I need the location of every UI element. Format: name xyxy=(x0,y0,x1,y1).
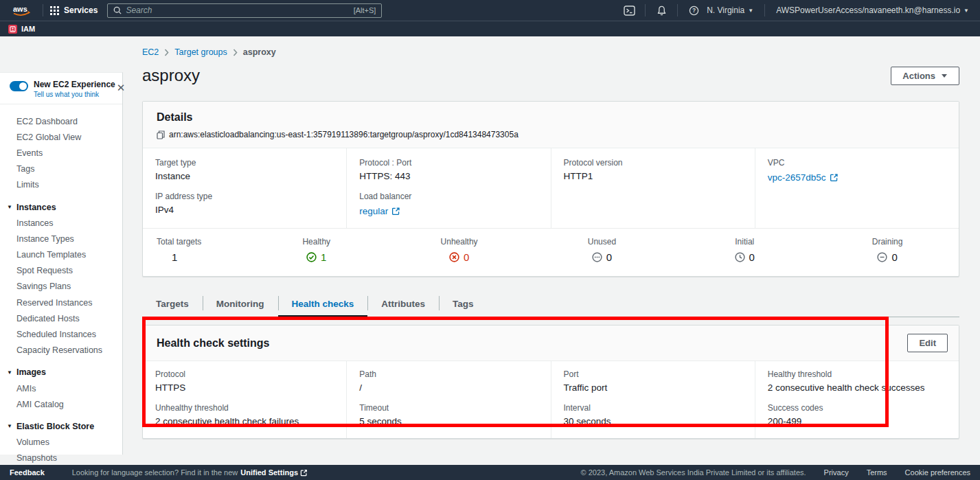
tab-tags[interactable]: Tags xyxy=(439,291,488,317)
privacy-link[interactable]: Privacy xyxy=(824,468,849,477)
help-button[interactable]: ? xyxy=(685,3,703,18)
sidebar-item-scheduled-instances[interactable]: Scheduled Instances xyxy=(0,326,122,342)
sidebar-item-dedicated-hosts[interactable]: Dedicated Hosts xyxy=(0,310,122,326)
sidebar-item-savings-plans[interactable]: Savings Plans xyxy=(0,279,122,295)
copyright-text: © 2023, Amazon Web Services India Privat… xyxy=(581,468,806,477)
footer: Feedback Looking for language selection?… xyxy=(0,465,980,480)
chevron-down-icon: ▼ xyxy=(748,8,753,14)
health-settings-grid: Protocol HTTPS Unhealthy threshold 2 con… xyxy=(143,361,959,438)
sidebar-item-amis[interactable]: AMIs xyxy=(0,380,122,396)
chevron-down-icon: ▼ xyxy=(964,8,969,14)
stat-unused: Unused 0 xyxy=(531,237,674,265)
clock-icon xyxy=(735,252,745,262)
new-experience-text: New EC2 Experience Tell us what you thin… xyxy=(34,80,115,98)
health-column-1: Protocol HTTPS Unhealthy threshold 2 con… xyxy=(143,361,346,438)
topbar-divider xyxy=(43,4,43,16)
health-card-header: Health check settings Edit xyxy=(143,325,959,361)
load-balancer-link[interactable]: regular xyxy=(359,206,400,216)
sidebar-section-instances[interactable]: ▼Instances xyxy=(0,199,122,215)
sidebar-item-spot-requests[interactable]: Spot Requests xyxy=(0,263,122,279)
actions-button[interactable]: Actions xyxy=(891,67,959,85)
search-icon xyxy=(113,6,122,14)
sidebar-section-elastic-block-store[interactable]: ▼Elastic Block Store xyxy=(0,418,122,434)
details-card-header: Details arn:aws:elasticloadbalancing:us-… xyxy=(143,102,959,148)
svg-text:aws: aws xyxy=(13,5,27,13)
new-experience-block: New EC2 Experience Tell us what you thin… xyxy=(0,73,122,104)
sidebar-item-instances[interactable]: Instances xyxy=(0,215,122,231)
bell-icon xyxy=(657,5,667,16)
chevron-right-icon xyxy=(164,49,169,56)
search-input[interactable] xyxy=(126,5,349,15)
sidebar-item-instance-types[interactable]: Instance Types xyxy=(0,231,122,247)
copy-icon[interactable] xyxy=(157,130,165,139)
notifications-button[interactable] xyxy=(652,3,670,18)
sidebar-item-snapshots[interactable]: Snapshots xyxy=(0,450,122,466)
edit-button[interactable]: Edit xyxy=(907,334,948,352)
minus-circle-icon xyxy=(877,252,887,262)
account-label: AWSPowerUserAccess/navaneeth.kn@harness.… xyxy=(776,5,960,15)
account-menu[interactable]: AWSPowerUserAccess/navaneeth.kn@harness.… xyxy=(772,5,973,15)
aws-logo[interactable]: aws xyxy=(11,4,32,16)
new-experience-title: New EC2 Experience xyxy=(34,80,115,89)
chevron-right-icon xyxy=(233,49,238,56)
new-experience-feedback-link[interactable]: Tell us what you think xyxy=(34,91,115,98)
sidebar-item-ec2-global-view[interactable]: EC2 Global View xyxy=(0,129,122,145)
sidebar-item-tags[interactable]: Tags xyxy=(0,161,122,177)
sidebar-section-images[interactable]: ▼Images xyxy=(0,365,122,380)
sidebar-item-ec2-dashboard[interactable]: EC2 Dashboard xyxy=(0,113,122,129)
cookie-preferences-link[interactable]: Cookie preferences xyxy=(905,468,970,477)
details-column-1: Target type Instance IP address type IPv… xyxy=(143,148,346,228)
field-target-type: Target type Instance xyxy=(155,158,334,181)
field-protocol: Protocol HTTPS xyxy=(155,369,334,393)
cloudshell-button[interactable] xyxy=(620,3,638,18)
details-column-2: Protocol : Port HTTPS: 443 Load balancer… xyxy=(346,148,550,228)
details-column-3: Protocol version HTTP1 xyxy=(551,148,755,228)
stat-unhealthy: Unhealthy 0 xyxy=(388,237,531,265)
tab-monitoring[interactable]: Monitoring xyxy=(203,291,278,317)
breadcrumb-target-groups[interactable]: Target groups xyxy=(174,47,227,57)
sidebar-item-launch-templates[interactable]: Launch Templates xyxy=(0,247,122,263)
tab-attributes[interactable]: Attributes xyxy=(367,291,439,317)
field-vpc: VPC vpc-2657db5c xyxy=(768,158,946,183)
top-navigation-bar: aws Services [Alt+S] xyxy=(0,0,980,21)
new-experience-toggle[interactable] xyxy=(10,81,28,91)
breadcrumb-ec2[interactable]: EC2 xyxy=(142,47,159,57)
stat-total-targets: Total targets 1 xyxy=(143,237,245,265)
tab-health-checks[interactable]: Health checks xyxy=(278,291,368,317)
sidebar-item-volumes[interactable]: Volumes xyxy=(0,435,122,450)
check-circle-icon xyxy=(306,252,317,262)
sidebar-item-capacity-reservations[interactable]: Capacity Reservations xyxy=(0,343,122,358)
field-path: Path / xyxy=(359,369,538,393)
sidebar-item-limits[interactable]: Limits xyxy=(0,177,122,193)
triangle-down-icon: ▼ xyxy=(7,369,12,376)
favorite-iam[interactable]: IAM xyxy=(8,25,35,34)
health-column-2: Path / Timeout 5 seconds xyxy=(346,361,550,438)
vpc-link[interactable]: vpc-2657db5c xyxy=(768,172,839,183)
tab-targets[interactable]: Targets xyxy=(142,291,203,317)
sidebar-item-reserved-instances[interactable]: Reserved Instances xyxy=(0,295,122,310)
field-protocol-version: Protocol version HTTP1 xyxy=(564,158,742,181)
sidebar-item-ami-catalog[interactable]: AMI Catalog xyxy=(0,396,122,412)
main-content: EC2 Target groups asproxy asproxy Action… xyxy=(142,36,959,439)
unified-settings-link[interactable]: Unified Settings xyxy=(240,468,308,477)
stat-draining: Draining 0 xyxy=(816,237,959,265)
details-title: Details xyxy=(157,111,945,124)
topbar-divider xyxy=(764,4,765,16)
svg-text:?: ? xyxy=(692,7,696,14)
region-selector[interactable]: N. Virginia ▼ xyxy=(703,5,757,15)
global-search[interactable]: [Alt+S] xyxy=(107,3,382,18)
services-menu[interactable]: Services xyxy=(50,5,98,15)
arn-value: arn:aws:elasticloadbalancing:us-east-1:3… xyxy=(169,130,519,139)
ellipsis-circle-icon xyxy=(592,252,602,262)
close-icon[interactable]: ✕ xyxy=(115,80,127,95)
field-port: Port Traffic port xyxy=(564,369,742,393)
field-timeout: Timeout 5 seconds xyxy=(359,403,538,426)
app-window: aws Services [Alt+S] xyxy=(0,0,980,480)
terms-link[interactable]: Terms xyxy=(867,468,887,477)
page-header: asproxy Actions xyxy=(142,66,959,85)
x-circle-icon xyxy=(449,252,459,262)
field-unhealthy-threshold: Unhealthy threshold 2 consecutive health… xyxy=(155,403,334,426)
sidebar-item-events[interactable]: Events xyxy=(0,145,122,161)
feedback-button[interactable]: Feedback xyxy=(10,468,45,477)
breadcrumb: EC2 Target groups asproxy xyxy=(142,36,959,57)
